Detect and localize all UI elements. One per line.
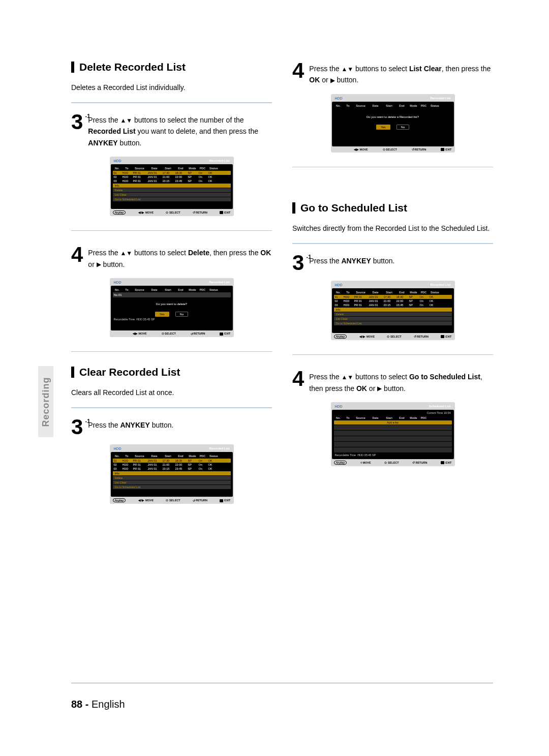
right-column: 4 Press the ▲▼ buttons to select List Cl… [292,61,493,509]
play-icon: ▶ [97,260,101,269]
step-number: 3-1 [71,417,83,437]
page-number: 88 - [71,699,88,710]
step-number: 4 [71,245,83,264]
step-number: 4 [292,61,304,80]
page-footer: 88 - English [71,699,125,710]
page-bottom-rule [71,683,493,683]
updown-icon: ▲▼ [120,249,132,258]
updown-icon: ▲▼ [341,65,353,74]
page-language: English [92,699,125,710]
yes-button[interactable]: Yes [376,125,390,130]
step-number: 3-1 [71,112,83,132]
step-number: 3-1 [292,253,304,273]
heading-delete-text: Delete Recorded List [79,61,186,73]
step-4-delete: 4 Press the ▲▼ buttons to select Delete,… [71,245,272,270]
osd-clear-list: HDDRecorded List No.ToSourceDateStartEnd… [110,444,234,504]
heading-bar [71,62,74,73]
no-button[interactable]: No [175,312,189,317]
heading-clear: Clear Recorded List [71,366,272,378]
separator [292,243,493,244]
step-text: Press the ▲▼ buttons to select Go to Sch… [309,369,493,394]
no-button[interactable]: No [396,125,410,130]
separator [71,102,272,103]
updown-icon: ▲▼ [120,116,132,126]
step-text: Press the ANYKEY button. [309,253,394,266]
step-3-clear: 3-1 Press the ANYKEY button. [71,417,272,437]
heading-goto: Go to Scheduled List [292,202,493,214]
play-icon: ▶ [330,76,335,85]
desc-clear: Clears all Recorded List at once. [71,387,272,398]
osd-listclear-confirm: HDDRecorded List No.ToSourceDateStartEnd… [331,94,455,153]
thin-separator [292,354,493,355]
separator [71,407,272,408]
side-tab: Recording [38,366,53,437]
step-3-goto: 3-1 Press the ANYKEY button. [292,253,493,273]
heading-goto-text: Go to Scheduled List [300,202,407,214]
heading-bar [292,202,295,214]
heading-delete: Delete Recorded List [71,61,272,73]
osd-scheduled-list: HDDScheduled List Current Time 10:54 No.… [331,402,455,466]
step-text: Press the ▲▼ buttons to select List Clea… [309,61,493,86]
step-4-goto: 4 Press the ▲▼ buttons to select Go to S… [292,369,493,394]
heading-bar [71,367,74,378]
thin-separator [71,230,272,231]
side-tab-label: Recording [41,377,51,427]
thin-separator [292,167,493,167]
yes-button[interactable]: Yes [155,312,169,317]
osd-delete-list: HDDRecorded List No.ToSourceDateStartEnd… [110,157,234,216]
left-column: Delete Recorded List Deletes a Recorded … [71,61,272,509]
step-4-listclear: 4 Press the ▲▼ buttons to select List Cl… [292,61,493,86]
heading-clear-text: Clear Recorded List [79,366,180,378]
osd-delete-confirm: HDDRecorded List No.ToSourceDateStartEnd… [110,278,234,337]
step-text: Press the ▲▼ buttons to select Delete, t… [88,245,272,270]
step-text: Press the ANYKEY button. [88,417,173,431]
step-number: 4 [292,369,304,388]
updown-icon: ▲▼ [341,373,353,382]
step-text: Press the ▲▼ buttons to select the numbe… [88,112,272,148]
play-icon: ▶ [377,384,382,394]
desc-goto: Switches directly from the Recorded List… [292,223,493,234]
thin-separator [71,351,272,352]
desc-delete: Deletes a Recorded List individually. [71,82,272,93]
step-3-delete: 3-1 Press the ▲▼ buttons to select the n… [71,112,272,148]
osd-goto-list: HDDRecorded List No.ToSourceDateStartEnd… [331,281,455,340]
